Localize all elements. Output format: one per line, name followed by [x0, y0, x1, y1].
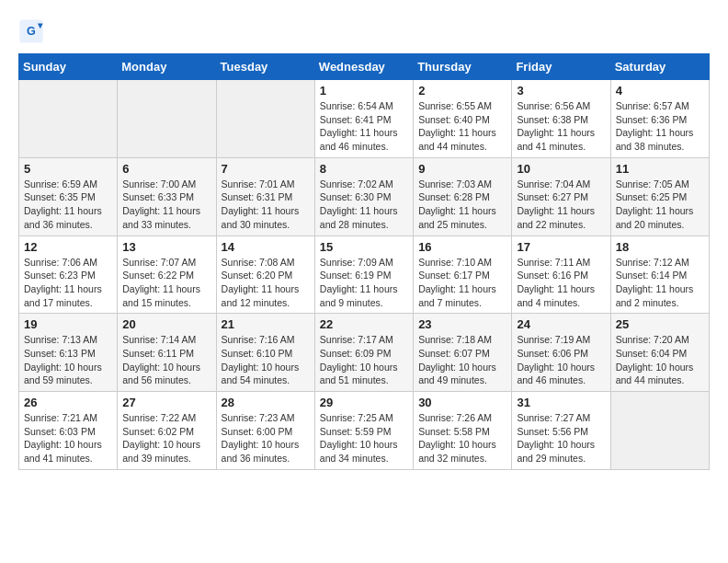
header: G	[18, 18, 710, 44]
calendar-cell: 6Sunrise: 7:00 AM Sunset: 6:33 PM Daylig…	[118, 157, 216, 236]
calendar-cell: 19Sunrise: 7:13 AM Sunset: 6:13 PM Dayli…	[19, 314, 118, 392]
day-number: 21	[222, 317, 310, 331]
day-info: Sunrise: 7:07 AM Sunset: 6:22 PM Dayligh…	[122, 256, 210, 310]
day-info: Sunrise: 6:57 AM Sunset: 6:36 PM Dayligh…	[616, 99, 704, 154]
calendar-cell	[118, 80, 216, 158]
day-number: 14	[222, 240, 310, 254]
calendar-cell: 2Sunrise: 6:55 AM Sunset: 6:40 PM Daylig…	[414, 80, 512, 158]
day-number: 2	[418, 84, 506, 98]
calendar-cell	[19, 80, 118, 158]
calendar-cell: 18Sunrise: 7:12 AM Sunset: 6:14 PM Dayli…	[610, 236, 709, 314]
calendar-cell: 23Sunrise: 7:18 AM Sunset: 6:07 PM Dayli…	[414, 314, 512, 392]
day-info: Sunrise: 7:01 AM Sunset: 6:31 PM Dayligh…	[222, 178, 310, 232]
weekday-header-saturday: Saturday	[610, 54, 709, 80]
day-info: Sunrise: 7:12 AM Sunset: 6:14 PM Dayligh…	[616, 256, 704, 310]
day-number: 23	[418, 317, 506, 331]
calendar-cell: 5Sunrise: 6:59 AM Sunset: 6:35 PM Daylig…	[19, 157, 118, 236]
day-number: 30	[418, 396, 506, 409]
day-number: 22	[320, 317, 408, 331]
day-info: Sunrise: 6:54 AM Sunset: 6:41 PM Dayligh…	[320, 99, 408, 154]
day-number: 10	[517, 162, 605, 176]
day-info: Sunrise: 6:59 AM Sunset: 6:35 PM Dayligh…	[24, 178, 112, 232]
day-number: 28	[222, 396, 310, 409]
day-info: Sunrise: 7:19 AM Sunset: 6:06 PM Dayligh…	[517, 333, 605, 387]
day-number: 6	[122, 162, 210, 176]
day-number: 3	[517, 84, 605, 98]
day-number: 19	[24, 317, 112, 331]
calendar-cell: 7Sunrise: 7:01 AM Sunset: 6:31 PM Daylig…	[216, 157, 314, 236]
day-number: 15	[320, 240, 408, 254]
weekday-header-tuesday: Tuesday	[216, 54, 314, 80]
day-number: 8	[320, 162, 408, 176]
logo-icon: G	[18, 18, 44, 44]
day-number: 18	[616, 240, 704, 254]
calendar-cell: 15Sunrise: 7:09 AM Sunset: 6:19 PM Dayli…	[314, 236, 413, 314]
day-info: Sunrise: 7:10 AM Sunset: 6:17 PM Dayligh…	[418, 256, 506, 310]
day-info: Sunrise: 7:23 AM Sunset: 6:00 PM Dayligh…	[222, 411, 310, 465]
calendar-cell: 8Sunrise: 7:02 AM Sunset: 6:30 PM Daylig…	[314, 157, 413, 236]
day-info: Sunrise: 7:14 AM Sunset: 6:11 PM Dayligh…	[122, 333, 210, 387]
calendar-cell: 28Sunrise: 7:23 AM Sunset: 6:00 PM Dayli…	[216, 392, 314, 470]
day-info: Sunrise: 7:03 AM Sunset: 6:28 PM Dayligh…	[418, 178, 506, 232]
day-number: 5	[24, 162, 112, 176]
day-number: 1	[320, 84, 408, 98]
day-info: Sunrise: 7:06 AM Sunset: 6:23 PM Dayligh…	[24, 256, 112, 310]
day-info: Sunrise: 7:17 AM Sunset: 6:09 PM Dayligh…	[320, 333, 408, 387]
calendar-cell: 3Sunrise: 6:56 AM Sunset: 6:38 PM Daylig…	[512, 80, 610, 158]
day-number: 20	[122, 317, 210, 331]
calendar-cell: 14Sunrise: 7:08 AM Sunset: 6:20 PM Dayli…	[216, 236, 314, 314]
calendar-cell: 9Sunrise: 7:03 AM Sunset: 6:28 PM Daylig…	[414, 157, 512, 236]
day-info: Sunrise: 7:04 AM Sunset: 6:27 PM Dayligh…	[517, 178, 605, 232]
calendar-cell: 10Sunrise: 7:04 AM Sunset: 6:27 PM Dayli…	[512, 157, 610, 236]
day-info: Sunrise: 7:25 AM Sunset: 5:59 PM Dayligh…	[320, 411, 408, 465]
day-info: Sunrise: 6:55 AM Sunset: 6:40 PM Dayligh…	[418, 99, 506, 154]
day-info: Sunrise: 7:13 AM Sunset: 6:13 PM Dayligh…	[24, 333, 112, 387]
day-info: Sunrise: 7:21 AM Sunset: 6:03 PM Dayligh…	[24, 411, 112, 465]
calendar-cell: 22Sunrise: 7:17 AM Sunset: 6:09 PM Dayli…	[314, 314, 413, 392]
day-info: Sunrise: 7:02 AM Sunset: 6:30 PM Dayligh…	[320, 178, 408, 232]
calendar-cell: 1Sunrise: 6:54 AM Sunset: 6:41 PM Daylig…	[314, 80, 413, 158]
day-number: 7	[222, 162, 310, 176]
day-info: Sunrise: 7:08 AM Sunset: 6:20 PM Dayligh…	[222, 256, 310, 310]
calendar-cell: 27Sunrise: 7:22 AM Sunset: 6:02 PM Dayli…	[118, 392, 216, 470]
calendar-cell: 13Sunrise: 7:07 AM Sunset: 6:22 PM Dayli…	[118, 236, 216, 314]
day-number: 9	[418, 162, 506, 176]
day-number: 4	[616, 84, 704, 98]
calendar-cell: 12Sunrise: 7:06 AM Sunset: 6:23 PM Dayli…	[19, 236, 118, 314]
calendar-cell: 26Sunrise: 7:21 AM Sunset: 6:03 PM Dayli…	[19, 392, 118, 470]
day-info: Sunrise: 7:20 AM Sunset: 6:04 PM Dayligh…	[616, 333, 704, 387]
calendar-cell: 31Sunrise: 7:27 AM Sunset: 5:56 PM Dayli…	[512, 392, 610, 470]
day-number: 31	[517, 396, 605, 409]
day-number: 16	[418, 240, 506, 254]
day-info: Sunrise: 7:05 AM Sunset: 6:25 PM Dayligh…	[616, 178, 704, 232]
calendar-cell: 16Sunrise: 7:10 AM Sunset: 6:17 PM Dayli…	[414, 236, 512, 314]
calendar-cell: 11Sunrise: 7:05 AM Sunset: 6:25 PM Dayli…	[610, 157, 709, 236]
weekday-header-friday: Friday	[512, 54, 610, 80]
day-number: 25	[616, 317, 704, 331]
day-info: Sunrise: 6:56 AM Sunset: 6:38 PM Dayligh…	[517, 99, 605, 154]
weekday-header-thursday: Thursday	[414, 54, 512, 80]
day-number: 12	[24, 240, 112, 254]
day-number: 26	[24, 396, 112, 409]
day-info: Sunrise: 7:09 AM Sunset: 6:19 PM Dayligh…	[320, 256, 408, 310]
svg-text:G: G	[27, 25, 36, 38]
calendar-cell: 25Sunrise: 7:20 AM Sunset: 6:04 PM Dayli…	[610, 314, 709, 392]
day-number: 24	[517, 317, 605, 331]
calendar-cell	[610, 392, 709, 470]
day-number: 27	[122, 396, 210, 409]
calendar-cell: 21Sunrise: 7:16 AM Sunset: 6:10 PM Dayli…	[216, 314, 314, 392]
calendar: SundayMondayTuesdayWednesdayThursdayFrid…	[18, 53, 710, 470]
weekday-header-monday: Monday	[118, 54, 216, 80]
calendar-cell: 24Sunrise: 7:19 AM Sunset: 6:06 PM Dayli…	[512, 314, 610, 392]
day-number: 29	[320, 396, 408, 409]
calendar-cell: 30Sunrise: 7:26 AM Sunset: 5:58 PM Dayli…	[414, 392, 512, 470]
day-info: Sunrise: 7:18 AM Sunset: 6:07 PM Dayligh…	[418, 333, 506, 387]
day-info: Sunrise: 7:16 AM Sunset: 6:10 PM Dayligh…	[222, 333, 310, 387]
day-number: 13	[122, 240, 210, 254]
day-info: Sunrise: 7:00 AM Sunset: 6:33 PM Dayligh…	[122, 178, 210, 232]
day-number: 17	[517, 240, 605, 254]
calendar-cell: 17Sunrise: 7:11 AM Sunset: 6:16 PM Dayli…	[512, 236, 610, 314]
weekday-header-wednesday: Wednesday	[314, 54, 413, 80]
day-info: Sunrise: 7:11 AM Sunset: 6:16 PM Dayligh…	[517, 256, 605, 310]
calendar-cell: 20Sunrise: 7:14 AM Sunset: 6:11 PM Dayli…	[118, 314, 216, 392]
